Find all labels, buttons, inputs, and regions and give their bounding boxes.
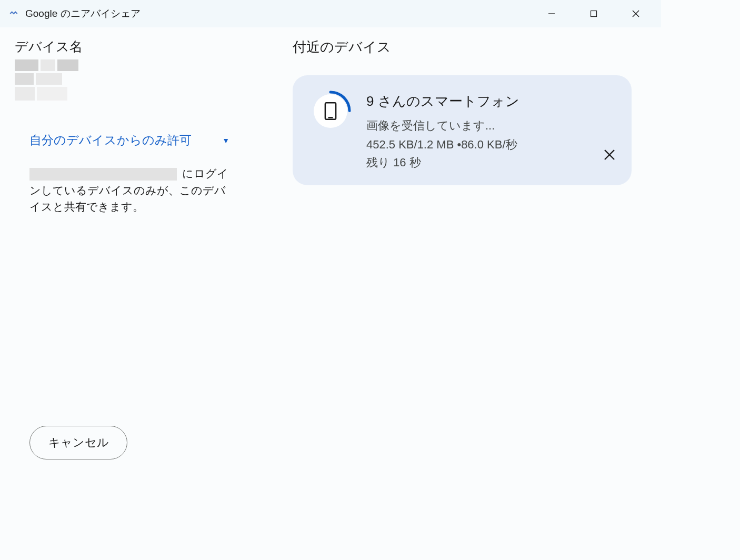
device-title: 9 さんのスマートフォン — [366, 92, 617, 111]
minimize-button[interactable] — [531, 0, 573, 27]
visibility-dropdown[interactable]: 自分のデバイスからのみ許可 ▼ — [15, 126, 234, 155]
cancel-transfer-button[interactable] — [600, 145, 619, 164]
nearby-devices-title: 付近のデバイス — [293, 38, 632, 56]
device-status: 画像を受信しています... — [366, 118, 617, 134]
close-window-button[interactable] — [615, 0, 657, 27]
device-info: 9 さんのスマートフォン 画像を受信しています... 452.5 KB/1.2 … — [366, 90, 617, 171]
device-progress-text: 452.5 KB/1.2 MB •86.0 KB/秒 — [366, 137, 617, 153]
device-name-label: デバイス名 — [15, 38, 234, 55]
right-panel: 付近のデバイス 9 さんのスマートフォン — [253, 27, 661, 474]
progress-indicator — [309, 90, 352, 132]
titlebar: Google のニアバイシェア — [0, 0, 661, 27]
visibility-label: 自分のデバイスからのみ許可 — [29, 132, 192, 148]
cancel-button[interactable]: キャンセル — [29, 426, 127, 459]
device-time-remaining: 残り 16 秒 — [366, 155, 617, 171]
svg-rect-1 — [591, 11, 597, 17]
device-card[interactable]: 9 さんのスマートフォン 画像を受信しています... 452.5 KB/1.2 … — [293, 75, 632, 185]
svg-rect-9 — [325, 103, 336, 119]
maximize-button[interactable] — [573, 0, 615, 27]
smartphone-icon — [314, 94, 347, 128]
visibility-description: にログインしているデバイスのみが、このデバイスと共有できます。 — [15, 165, 234, 215]
window-controls — [531, 0, 657, 27]
window-title: Google のニアバイシェア — [25, 7, 531, 21]
app-icon — [8, 8, 19, 19]
device-name-value — [15, 59, 99, 101]
chevron-down-icon: ▼ — [222, 136, 229, 145]
redacted-account — [29, 168, 177, 181]
left-panel: デバイス名 自分のデバイスからのみ許可 ▼ — [0, 27, 253, 474]
